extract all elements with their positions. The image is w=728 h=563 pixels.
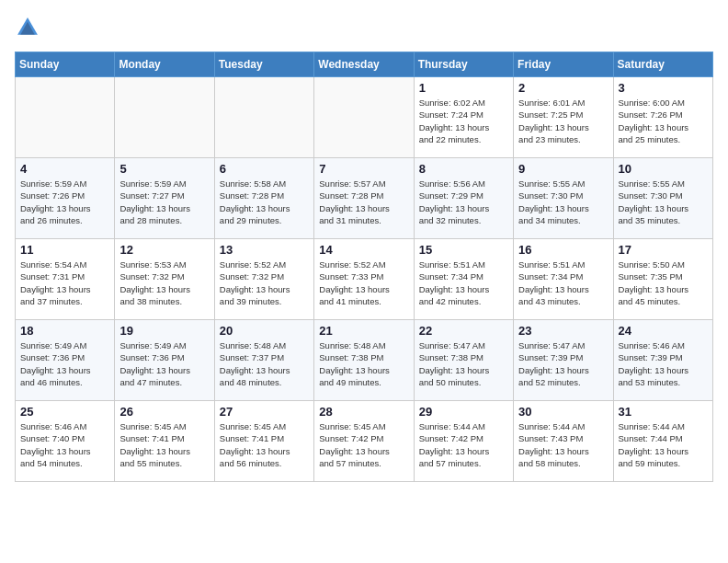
day-info: Sunrise: 5:49 AM Sunset: 7:36 PM Dayligh… (119, 339, 209, 388)
day-number: 31 (619, 405, 708, 419)
calendar-cell: 21Sunrise: 5:48 AM Sunset: 7:38 PM Dayli… (314, 320, 414, 401)
calendar-cell: 11Sunrise: 5:54 AM Sunset: 7:31 PM Dayli… (16, 239, 115, 320)
calendar-cell: 8Sunrise: 5:56 AM Sunset: 7:29 PM Daylig… (414, 158, 513, 239)
calendar-table: SundayMondayTuesdayWednesdayThursdayFrid… (15, 52, 713, 482)
day-number: 7 (319, 162, 408, 176)
calendar-cell: 5Sunrise: 5:59 AM Sunset: 7:27 PM Daylig… (115, 158, 214, 239)
weekday-header-saturday: Saturday (613, 52, 712, 77)
calendar-cell: 10Sunrise: 5:55 AM Sunset: 7:30 PM Dayli… (613, 158, 712, 239)
day-number: 16 (518, 243, 608, 257)
day-number: 10 (619, 162, 708, 176)
calendar-cell: 15Sunrise: 5:51 AM Sunset: 7:34 PM Dayli… (414, 239, 513, 320)
calendar-week-2: 4Sunrise: 5:59 AM Sunset: 7:26 PM Daylig… (16, 158, 713, 239)
day-number: 13 (220, 243, 309, 257)
calendar-cell: 24Sunrise: 5:46 AM Sunset: 7:39 PM Dayli… (613, 320, 712, 401)
calendar-cell: 17Sunrise: 5:50 AM Sunset: 7:35 PM Dayli… (613, 239, 712, 320)
day-info: Sunrise: 5:56 AM Sunset: 7:29 PM Dayligh… (419, 178, 508, 226)
day-info: Sunrise: 6:02 AM Sunset: 7:24 PM Dayligh… (419, 97, 508, 145)
day-number: 1 (419, 81, 508, 95)
calendar-week-4: 18Sunrise: 5:49 AM Sunset: 7:36 PM Dayli… (16, 320, 713, 401)
day-info: Sunrise: 5:47 AM Sunset: 7:38 PM Dayligh… (419, 339, 508, 388)
day-number: 26 (119, 405, 209, 419)
day-info: Sunrise: 5:55 AM Sunset: 7:30 PM Dayligh… (619, 178, 708, 226)
day-number: 5 (119, 162, 209, 176)
calendar-cell: 20Sunrise: 5:48 AM Sunset: 7:37 PM Dayli… (214, 320, 313, 401)
day-number: 24 (619, 324, 708, 338)
day-number: 12 (119, 243, 209, 257)
day-number: 30 (518, 405, 608, 419)
calendar-cell: 29Sunrise: 5:44 AM Sunset: 7:42 PM Dayli… (414, 401, 513, 482)
day-number: 3 (619, 81, 708, 95)
calendar-cell: 4Sunrise: 5:59 AM Sunset: 7:26 PM Daylig… (16, 158, 115, 239)
day-info: Sunrise: 5:59 AM Sunset: 7:26 PM Dayligh… (20, 178, 109, 226)
day-info: Sunrise: 5:47 AM Sunset: 7:39 PM Dayligh… (518, 339, 608, 388)
weekday-header-thursday: Thursday (414, 52, 513, 77)
day-number: 9 (518, 162, 608, 176)
calendar-cell: 22Sunrise: 5:47 AM Sunset: 7:38 PM Dayli… (414, 320, 513, 401)
day-number: 25 (20, 405, 109, 419)
calendar-cell: 26Sunrise: 5:45 AM Sunset: 7:41 PM Dayli… (115, 401, 214, 482)
calendar-cell: 12Sunrise: 5:53 AM Sunset: 7:32 PM Dayli… (115, 239, 214, 320)
day-info: Sunrise: 5:52 AM Sunset: 7:33 PM Dayligh… (319, 259, 408, 307)
day-info: Sunrise: 5:59 AM Sunset: 7:27 PM Dayligh… (119, 178, 209, 226)
calendar-cell: 16Sunrise: 5:51 AM Sunset: 7:34 PM Dayli… (514, 239, 613, 320)
day-info: Sunrise: 5:46 AM Sunset: 7:39 PM Dayligh… (619, 339, 708, 388)
calendar-cell: 14Sunrise: 5:52 AM Sunset: 7:33 PM Dayli… (314, 239, 414, 320)
day-info: Sunrise: 5:44 AM Sunset: 7:42 PM Dayligh… (419, 420, 508, 469)
day-number: 4 (20, 162, 109, 176)
day-info: Sunrise: 5:48 AM Sunset: 7:38 PM Dayligh… (319, 339, 408, 388)
day-number: 29 (419, 405, 508, 419)
calendar-cell: 27Sunrise: 5:45 AM Sunset: 7:41 PM Dayli… (214, 401, 313, 482)
day-number: 8 (419, 162, 508, 176)
day-number: 14 (319, 243, 408, 257)
day-number: 20 (220, 324, 309, 338)
day-info: Sunrise: 5:55 AM Sunset: 7:30 PM Dayligh… (518, 178, 608, 226)
day-info: Sunrise: 5:51 AM Sunset: 7:34 PM Dayligh… (518, 259, 608, 307)
logo (15, 15, 44, 40)
day-info: Sunrise: 5:45 AM Sunset: 7:42 PM Dayligh… (319, 420, 408, 469)
calendar-body: 1Sunrise: 6:02 AM Sunset: 7:24 PM Daylig… (16, 77, 713, 482)
weekday-header-tuesday: Tuesday (214, 52, 313, 77)
calendar-cell: 6Sunrise: 5:58 AM Sunset: 7:28 PM Daylig… (214, 158, 313, 239)
logo-icon (15, 15, 40, 40)
calendar-week-1: 1Sunrise: 6:02 AM Sunset: 7:24 PM Daylig… (16, 77, 713, 158)
calendar-cell: 19Sunrise: 5:49 AM Sunset: 7:36 PM Dayli… (115, 320, 214, 401)
weekday-header-sunday: Sunday (16, 52, 115, 77)
calendar-cell (214, 77, 313, 158)
weekday-header-wednesday: Wednesday (314, 52, 414, 77)
day-info: Sunrise: 5:50 AM Sunset: 7:35 PM Dayligh… (619, 259, 708, 307)
weekday-header-friday: Friday (514, 52, 613, 77)
day-number: 15 (419, 243, 508, 257)
calendar-cell: 31Sunrise: 5:44 AM Sunset: 7:44 PM Dayli… (613, 401, 712, 482)
calendar-cell: 25Sunrise: 5:46 AM Sunset: 7:40 PM Dayli… (16, 401, 115, 482)
day-info: Sunrise: 5:45 AM Sunset: 7:41 PM Dayligh… (220, 420, 309, 469)
calendar-week-3: 11Sunrise: 5:54 AM Sunset: 7:31 PM Dayli… (16, 239, 713, 320)
day-info: Sunrise: 5:57 AM Sunset: 7:28 PM Dayligh… (319, 178, 408, 226)
day-number: 21 (319, 324, 408, 338)
day-number: 6 (220, 162, 309, 176)
day-info: Sunrise: 5:53 AM Sunset: 7:32 PM Dayligh… (119, 259, 209, 307)
day-info: Sunrise: 6:00 AM Sunset: 7:26 PM Dayligh… (619, 97, 708, 145)
day-number: 19 (119, 324, 209, 338)
day-info: Sunrise: 5:58 AM Sunset: 7:28 PM Dayligh… (220, 178, 309, 226)
day-number: 18 (20, 324, 109, 338)
calendar-cell: 13Sunrise: 5:52 AM Sunset: 7:32 PM Dayli… (214, 239, 313, 320)
day-info: Sunrise: 5:52 AM Sunset: 7:32 PM Dayligh… (220, 259, 309, 307)
day-info: Sunrise: 5:51 AM Sunset: 7:34 PM Dayligh… (419, 259, 508, 307)
calendar-cell: 30Sunrise: 5:44 AM Sunset: 7:43 PM Dayli… (514, 401, 613, 482)
day-number: 28 (319, 405, 408, 419)
page-header (15, 15, 713, 40)
day-number: 11 (20, 243, 109, 257)
day-number: 17 (619, 243, 708, 257)
weekday-header-row: SundayMondayTuesdayWednesdayThursdayFrid… (16, 52, 713, 77)
day-number: 22 (419, 324, 508, 338)
day-info: Sunrise: 5:49 AM Sunset: 7:36 PM Dayligh… (20, 339, 109, 388)
calendar-cell (115, 77, 214, 158)
calendar-cell: 3Sunrise: 6:00 AM Sunset: 7:26 PM Daylig… (613, 77, 712, 158)
calendar-cell (314, 77, 414, 158)
day-number: 27 (220, 405, 309, 419)
weekday-header-monday: Monday (115, 52, 214, 77)
day-info: Sunrise: 5:45 AM Sunset: 7:41 PM Dayligh… (119, 420, 209, 469)
day-info: Sunrise: 5:44 AM Sunset: 7:43 PM Dayligh… (518, 420, 608, 469)
calendar-cell: 1Sunrise: 6:02 AM Sunset: 7:24 PM Daylig… (414, 77, 513, 158)
